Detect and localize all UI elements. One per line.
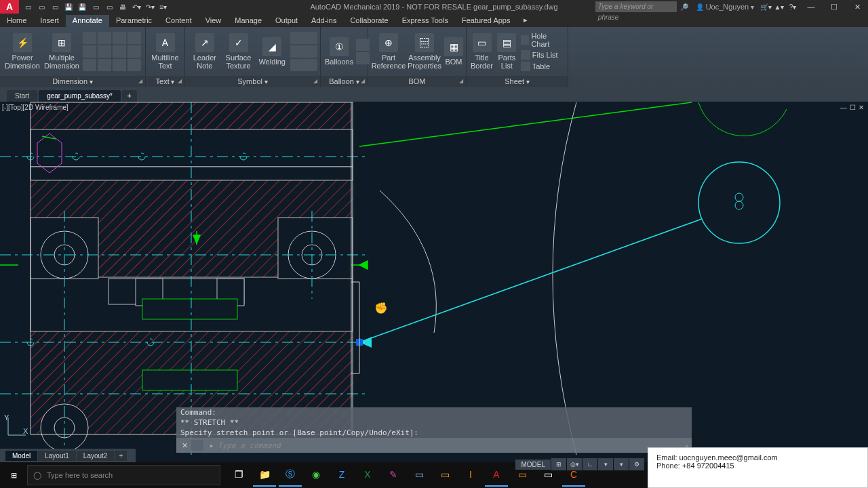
qat-undo-icon[interactable]: ↶▾ bbox=[130, 1, 142, 13]
dim-tool-icon[interactable] bbox=[83, 45, 96, 58]
task-view-icon[interactable]: ❐ bbox=[227, 464, 250, 487]
dim-tool-icon[interactable] bbox=[83, 32, 96, 44]
panel-title-bom[interactable]: BOM◢ bbox=[368, 76, 466, 87]
vp-max-icon[interactable]: ☐ bbox=[850, 104, 856, 111]
layout-2[interactable]: Layout2 bbox=[77, 451, 115, 461]
qat-cloud-icon[interactable]: ▭ bbox=[90, 1, 102, 13]
dim-tool-icon[interactable] bbox=[127, 32, 141, 44]
tab-view[interactable]: View bbox=[199, 15, 229, 27]
viewport-label[interactable]: [-][Top][2D Wireframe] bbox=[2, 104, 68, 111]
doctab-start[interactable]: Start bbox=[7, 90, 37, 102]
multiline-text-button[interactable]: AMultiline Text bbox=[150, 30, 180, 73]
power-dimension-button[interactable]: ⚡Power Dimension bbox=[4, 30, 41, 73]
parts-list-button[interactable]: ▤Parts List bbox=[496, 30, 518, 73]
task-app-icon[interactable]: ◉ bbox=[304, 464, 328, 487]
close-button[interactable]: ✕ bbox=[846, 0, 868, 14]
doctab-file[interactable]: gear_pump_subassy* bbox=[39, 90, 121, 102]
tab-manage[interactable]: Manage bbox=[228, 15, 269, 27]
bom-button[interactable]: ▦BOM bbox=[444, 30, 463, 73]
tab-parametric[interactable]: Parametric bbox=[109, 15, 159, 27]
part-reference-button[interactable]: ⊕Part Reference bbox=[372, 30, 405, 73]
command-customize-icon[interactable] bbox=[191, 440, 203, 451]
dim-tool-icon[interactable] bbox=[98, 32, 111, 44]
symbol-tool-icon[interactable] bbox=[304, 59, 317, 71]
qat-new-icon[interactable]: ▭ bbox=[22, 1, 34, 13]
symbol-tool-icon[interactable] bbox=[290, 59, 304, 71]
vp-close-icon[interactable]: ✕ bbox=[859, 104, 864, 111]
dim-tool-icon[interactable] bbox=[83, 59, 96, 71]
taskbar-search[interactable]: ◯Type here to search bbox=[27, 465, 220, 485]
task-app4-icon[interactable]: ▭ bbox=[433, 464, 456, 487]
task-excel-icon[interactable]: X bbox=[356, 464, 379, 487]
vp-min-icon[interactable]: — bbox=[840, 104, 847, 111]
status-anno-icon[interactable]: ⚙ bbox=[629, 458, 644, 470]
layout-model[interactable]: Model bbox=[5, 451, 37, 461]
panel-title-symbol[interactable]: Symbol ▾◢ bbox=[185, 76, 320, 87]
tab-content[interactable]: Content bbox=[159, 15, 199, 27]
fits-list-button[interactable]: Fits List bbox=[521, 49, 564, 60]
task-explorer-icon[interactable]: 📁 bbox=[253, 464, 276, 487]
status-model-space[interactable]: MODEL bbox=[515, 460, 551, 470]
command-input[interactable]: Type a command bbox=[205, 441, 685, 450]
assembly-properties-button[interactable]: ⿳Assembly Properties bbox=[408, 30, 441, 73]
panel-title-sheet[interactable]: Sheet ▾ bbox=[467, 76, 568, 87]
symbol-tool-icon[interactable] bbox=[304, 32, 317, 44]
tab-addins[interactable]: Add-ins bbox=[304, 15, 343, 27]
status-more2-icon[interactable]: ▾ bbox=[614, 458, 629, 470]
panel-title-text[interactable]: Text ▾◢ bbox=[146, 76, 184, 87]
dim-tool-icon[interactable] bbox=[113, 59, 126, 71]
tab-featuredapps[interactable]: Featured Apps bbox=[455, 15, 517, 27]
status-grid-icon[interactable]: ⊞ bbox=[551, 458, 566, 470]
command-close-icon[interactable]: ✕ bbox=[179, 441, 190, 450]
tab-extra-icon[interactable]: ▸ bbox=[517, 14, 534, 27]
qat-more-icon[interactable]: ≡▾ bbox=[157, 1, 170, 13]
tab-expresstools[interactable]: Express Tools bbox=[395, 15, 455, 27]
task-app3-icon[interactable]: ▭ bbox=[408, 464, 431, 487]
tab-home[interactable]: Home bbox=[0, 15, 33, 27]
qat-save-icon[interactable]: 💾 bbox=[62, 1, 75, 13]
balloons-button[interactable]: ①Balloons bbox=[325, 30, 353, 73]
help-icon[interactable]: ?▾ bbox=[787, 1, 799, 13]
tab-collaborate[interactable]: Collaborate bbox=[343, 15, 395, 27]
tab-insert[interactable]: Insert bbox=[33, 15, 66, 27]
command-line[interactable]: ✕ Type a command ▴ bbox=[176, 438, 692, 453]
minimize-button[interactable]: — bbox=[800, 0, 822, 14]
title-border-button[interactable]: ▭Title Border bbox=[471, 30, 493, 73]
dim-tool-icon[interactable] bbox=[127, 45, 141, 58]
task-app2-icon[interactable]: ✎ bbox=[382, 464, 405, 487]
keyword-search-input[interactable]: Type a keyword or phrase bbox=[595, 1, 677, 12]
symbol-tool-icon[interactable] bbox=[290, 45, 304, 58]
dim-tool-icon[interactable] bbox=[98, 45, 111, 58]
layout-1[interactable]: Layout1 bbox=[38, 451, 76, 461]
qat-open-icon[interactable]: ▭ bbox=[35, 1, 47, 13]
symbol-tool-icon[interactable] bbox=[290, 32, 304, 44]
leader-note-button[interactable]: ↗Leader Note bbox=[189, 30, 220, 73]
hole-chart-button[interactable]: Hole Chart bbox=[521, 31, 564, 49]
task-app5-icon[interactable]: I bbox=[459, 464, 482, 487]
task-zalo-icon[interactable]: Z bbox=[330, 464, 353, 487]
task-autocad-icon[interactable]: A bbox=[485, 464, 508, 487]
start-button[interactable]: ⊞ bbox=[0, 462, 27, 488]
qat-open2-icon[interactable]: ▭ bbox=[49, 1, 61, 13]
cart-icon[interactable]: 🛒▾ bbox=[760, 1, 772, 13]
welding-button[interactable]: ◢Welding bbox=[256, 30, 288, 73]
qat-redo-icon[interactable]: ↷▾ bbox=[144, 1, 156, 13]
dim-tool-icon[interactable] bbox=[113, 45, 126, 58]
dim-tool-icon[interactable] bbox=[113, 32, 126, 44]
dim-tool-icon[interactable] bbox=[98, 59, 111, 71]
maximize-button[interactable]: ☐ bbox=[823, 0, 845, 14]
doctab-new[interactable]: + bbox=[122, 90, 137, 102]
signin-user[interactable]: 👤 Uoc_Nguyen ▾ bbox=[692, 3, 758, 11]
dim-tool-icon[interactable] bbox=[127, 59, 141, 71]
qat-saveas-icon[interactable]: 💾 bbox=[76, 1, 88, 13]
task-skype-icon[interactable]: Ⓢ bbox=[279, 464, 302, 487]
app-logo[interactable]: A bbox=[0, 0, 19, 14]
a360-icon[interactable]: ▲▾ bbox=[773, 1, 785, 13]
qat-plot-icon[interactable]: ▭ bbox=[103, 1, 115, 13]
layout-add[interactable]: + bbox=[115, 451, 127, 461]
tab-annotate[interactable]: Annotate bbox=[66, 15, 109, 27]
status-ortho-icon[interactable]: ∟ bbox=[583, 458, 597, 470]
panel-title-balloon[interactable]: Balloon ▾◢ bbox=[321, 76, 368, 87]
symbol-tool-icon[interactable] bbox=[304, 45, 317, 58]
surface-texture-button[interactable]: ✓Surface Texture bbox=[223, 30, 254, 73]
